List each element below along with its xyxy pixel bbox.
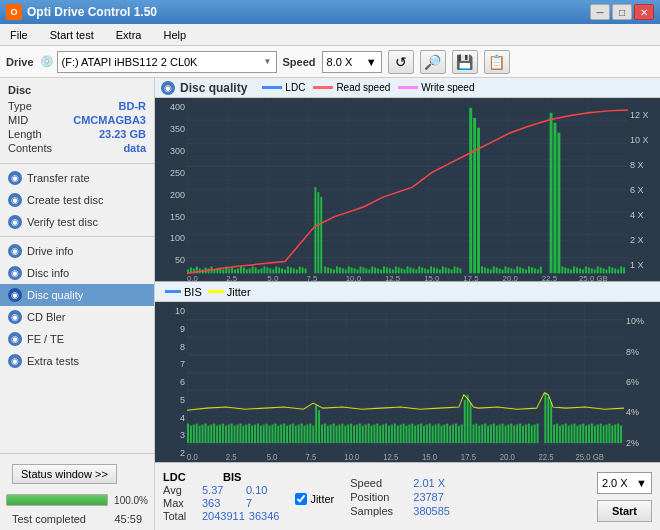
svg-rect-304 bbox=[582, 424, 584, 444]
svg-rect-246 bbox=[408, 425, 410, 444]
svg-rect-90 bbox=[433, 267, 435, 273]
svg-rect-86 bbox=[421, 267, 423, 273]
svg-rect-75 bbox=[389, 268, 391, 273]
svg-rect-231 bbox=[365, 425, 367, 444]
save-button[interactable]: 💾 bbox=[452, 50, 478, 74]
drive-select[interactable]: (F:) ATAPI iHBS112 2 CL0K ▼ bbox=[57, 51, 277, 73]
svg-rect-179 bbox=[213, 424, 215, 444]
svg-rect-30 bbox=[249, 268, 251, 273]
svg-rect-89 bbox=[430, 266, 432, 273]
svg-rect-233 bbox=[371, 426, 373, 444]
disc-section-title: Disc bbox=[8, 84, 146, 96]
position-value: 23787 bbox=[413, 491, 444, 503]
menu-extra[interactable]: Extra bbox=[110, 27, 148, 43]
svg-rect-32 bbox=[255, 267, 257, 273]
sidebar-item-disc-info[interactable]: ◉ Disc info bbox=[0, 262, 154, 284]
svg-rect-57 bbox=[336, 266, 338, 273]
progress-text: 100.0% bbox=[112, 495, 148, 506]
status-window-button[interactable]: Status window >> bbox=[12, 464, 117, 484]
svg-rect-115 bbox=[516, 266, 518, 273]
svg-rect-294 bbox=[553, 425, 555, 444]
svg-rect-237 bbox=[382, 425, 384, 444]
sidebar-item-drive-info[interactable]: ◉ Drive info bbox=[0, 240, 154, 262]
svg-rect-107 bbox=[493, 266, 495, 273]
svg-rect-123 bbox=[540, 266, 542, 273]
svg-rect-42 bbox=[284, 269, 286, 273]
save2-button[interactable]: 📋 bbox=[484, 50, 510, 74]
disc-quality-header-icon: ◉ bbox=[161, 81, 175, 95]
svg-rect-256 bbox=[438, 424, 440, 444]
svg-rect-266 bbox=[467, 395, 469, 443]
svg-rect-204 bbox=[286, 426, 288, 444]
svg-rect-186 bbox=[234, 426, 236, 444]
svg-rect-290 bbox=[537, 424, 539, 444]
jitter-checkbox[interactable] bbox=[295, 493, 307, 505]
svg-rect-88 bbox=[427, 269, 429, 273]
svg-rect-200 bbox=[274, 424, 276, 444]
svg-rect-244 bbox=[403, 424, 405, 444]
sidebar-item-disc-quality[interactable]: ◉ Disc quality bbox=[0, 284, 154, 306]
svg-rect-137 bbox=[591, 268, 593, 273]
svg-rect-46 bbox=[296, 269, 298, 273]
svg-rect-144 bbox=[611, 267, 613, 273]
speed-select-2[interactable]: 2.0 X ▼ bbox=[597, 472, 652, 494]
svg-rect-250 bbox=[420, 424, 422, 444]
menu-file[interactable]: File bbox=[4, 27, 34, 43]
svg-rect-63 bbox=[354, 268, 356, 273]
svg-rect-183 bbox=[225, 426, 227, 444]
svg-rect-221 bbox=[336, 426, 338, 444]
speed-select[interactable]: 8.0 X ▼ bbox=[322, 51, 382, 73]
svg-rect-85 bbox=[418, 266, 420, 273]
svg-rect-47 bbox=[299, 266, 301, 273]
svg-rect-133 bbox=[579, 268, 581, 273]
bottom-chart-panel: BIS Jitter 1098765432 bbox=[155, 282, 660, 462]
legend-ldc-label: LDC bbox=[285, 82, 305, 93]
svg-rect-62 bbox=[351, 267, 353, 273]
svg-rect-297 bbox=[562, 425, 564, 444]
sidebar-item-extra-tests[interactable]: ◉ Extra tests bbox=[0, 350, 154, 372]
svg-text:2.5: 2.5 bbox=[226, 274, 238, 281]
svg-rect-112 bbox=[507, 267, 509, 273]
jitter-check-group: Jitter bbox=[295, 489, 334, 505]
svg-rect-84 bbox=[415, 269, 417, 273]
svg-rect-38 bbox=[272, 269, 274, 273]
minimize-button[interactable]: ─ bbox=[590, 4, 610, 20]
svg-rect-302 bbox=[576, 426, 578, 444]
svg-rect-24 bbox=[231, 267, 233, 273]
start-button[interactable]: Start bbox=[597, 500, 652, 522]
svg-rect-110 bbox=[502, 269, 504, 273]
sidebar-item-transfer-rate[interactable]: ◉ Transfer rate bbox=[0, 167, 154, 189]
sidebar-item-fe-te[interactable]: ◉ FE / TE bbox=[0, 328, 154, 350]
svg-rect-139 bbox=[597, 266, 599, 273]
svg-text:15.0: 15.0 bbox=[424, 274, 440, 281]
svg-text:0.0: 0.0 bbox=[187, 274, 199, 281]
svg-text:0.0: 0.0 bbox=[187, 453, 198, 462]
svg-rect-76 bbox=[392, 269, 394, 273]
svg-text:17.5: 17.5 bbox=[463, 274, 479, 281]
svg-text:10.0: 10.0 bbox=[346, 274, 362, 281]
sidebar-item-verify-test-disc[interactable]: ◉ Verify test disc bbox=[0, 211, 154, 233]
svg-rect-210 bbox=[304, 426, 306, 444]
bottom-chart-main: 0.0 2.5 5.0 7.5 10.0 12.5 15.0 17.5 20.0… bbox=[187, 302, 624, 462]
menu-start-test[interactable]: Start test bbox=[44, 27, 100, 43]
svg-rect-39 bbox=[275, 266, 277, 273]
svg-rect-108 bbox=[496, 267, 498, 273]
svg-rect-181 bbox=[219, 425, 221, 444]
svg-rect-191 bbox=[248, 424, 250, 444]
svg-rect-118 bbox=[525, 269, 527, 273]
menu-help[interactable]: Help bbox=[157, 27, 192, 43]
maximize-button[interactable]: □ bbox=[612, 4, 632, 20]
svg-rect-292 bbox=[547, 397, 549, 443]
refresh-button[interactable]: ↺ bbox=[388, 50, 414, 74]
sidebar-item-create-test-disc[interactable]: ◉ Create test disc bbox=[0, 189, 154, 211]
svg-rect-222 bbox=[338, 425, 340, 444]
svg-rect-184 bbox=[228, 425, 230, 444]
sidebar-item-cd-bler[interactable]: ◉ CD Bler bbox=[0, 306, 154, 328]
svg-rect-309 bbox=[597, 425, 599, 444]
svg-rect-27 bbox=[240, 266, 242, 273]
legend-jitter: Jitter bbox=[208, 286, 251, 298]
svg-rect-79 bbox=[401, 268, 403, 273]
scan-button[interactable]: 🔎 bbox=[420, 50, 446, 74]
close-button[interactable]: ✕ bbox=[634, 4, 654, 20]
svg-rect-271 bbox=[481, 425, 483, 444]
